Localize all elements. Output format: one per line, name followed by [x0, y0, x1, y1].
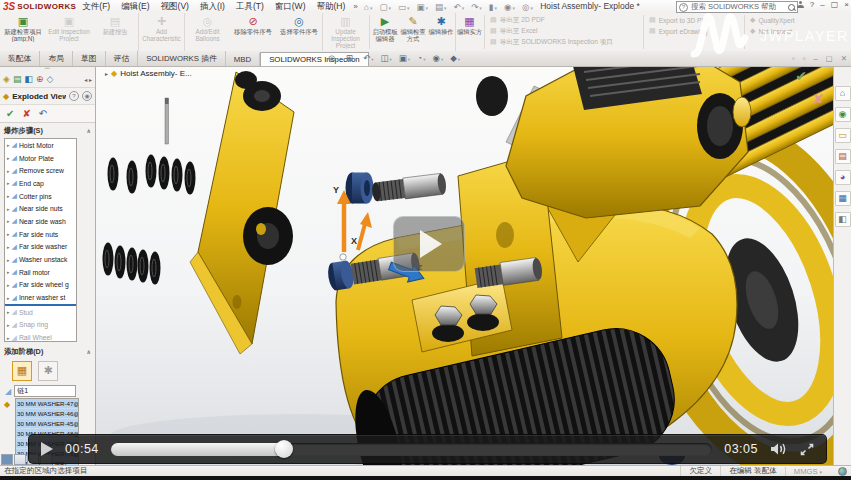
- restore-button[interactable]: ▢: [831, 0, 839, 9]
- explode-step-row[interactable]: ▸ ◢ Far side washer: [5, 241, 76, 254]
- fullscreen-button[interactable]: [800, 443, 814, 456]
- doc-window-control-icon[interactable]: ▫: [803, 54, 806, 63]
- explode-steps-list[interactable]: ▸ ◢ Hoist Motor ▸ ◢ Motor Plate ▸ ◢ Remo…: [4, 138, 77, 342]
- expand-arrow-icon[interactable]: ▸: [7, 193, 10, 199]
- explode-step-row[interactable]: ▸ ◢ Rail motor: [5, 266, 76, 279]
- displaymanager-tab-icon[interactable]: ◇: [47, 73, 54, 85]
- command-tab[interactable]: 布局: [40, 51, 73, 66]
- zoom-area-icon[interactable]: ⊞: [346, 53, 356, 63]
- expand-arrow-icon[interactable]: ▸: [7, 282, 10, 288]
- search-icon[interactable]: [788, 4, 795, 11]
- cancel-button[interactable]: ✘: [22, 108, 30, 119]
- resources-tab-icon[interactable]: ◉: [835, 107, 851, 122]
- featuremanager-tab-icon[interactable]: ▤: [13, 73, 22, 85]
- explode-step-row[interactable]: ▸ ◢ Snap ring: [5, 319, 76, 332]
- seek-bar[interactable]: [111, 443, 712, 456]
- ribbon-button[interactable]: ⊘ 移除零件序号: [230, 13, 276, 51]
- menu-item[interactable]: 文件(F): [82, 1, 110, 13]
- view-tab[interactable]: [14, 454, 26, 465]
- command-tab[interactable]: MBD: [226, 53, 260, 66]
- display-style-icon[interactable]: ◔: [417, 53, 425, 63]
- confirm-ok-icon[interactable]: ✔: [795, 68, 807, 84]
- export-menu-item[interactable]: ▤ 导出至 Excel: [490, 26, 638, 36]
- explode-step-row[interactable]: ▸ ◢ Rail Wheel: [5, 331, 76, 342]
- chain-name-field[interactable]: 链1: [14, 385, 76, 397]
- seek-knob[interactable]: [275, 440, 293, 458]
- breadcrumb[interactable]: ▸ ◆ Hoist Assembly- E...: [105, 69, 192, 78]
- export-menu-item[interactable]: ▤ 导出至 2D PDF: [490, 15, 638, 25]
- graphics-viewport[interactable]: Y X Z ▸ ◆ Hoist Assembly- E... ✔ ✘: [95, 66, 833, 465]
- menu-item[interactable]: 插入(I): [200, 1, 225, 13]
- explode-step-row[interactable]: ▸ ◢ Washer unstack: [5, 253, 76, 266]
- expand-arrow-icon[interactable]: ▸: [7, 180, 10, 186]
- previous-view-icon[interactable]: ↶: [363, 53, 373, 63]
- explode-step-row[interactable]: ▸ ◢ Near side wash: [5, 215, 76, 228]
- expand-arrow-icon[interactable]: ▸: [7, 231, 10, 237]
- doc-window-control-icon[interactable]: –: [813, 54, 817, 63]
- close-button[interactable]: ×: [844, 0, 849, 9]
- expand-arrow-icon[interactable]: ▸: [7, 257, 10, 263]
- doc-window-control-icon[interactable]: ▢: [826, 54, 833, 63]
- radial-step-type-button[interactable]: ✱: [38, 361, 58, 381]
- expand-arrow-icon[interactable]: ▸: [7, 335, 10, 341]
- doc-window-control-icon[interactable]: ▫: [792, 54, 795, 63]
- custom-properties-tab-icon[interactable]: ◧: [835, 212, 851, 227]
- expand-arrow-icon[interactable]: ▸: [7, 218, 10, 224]
- export-menu-item[interactable]: ▤ 导出至 SOLIDWORKS Inspection 项目: [490, 37, 638, 47]
- appearance-icon[interactable]: ◆: [450, 53, 460, 63]
- ribbon-button[interactable]: ◎ Add/Edit Balloons: [184, 13, 230, 51]
- export-menu-item[interactable]: ▤ Export eDrawing: [649, 26, 739, 36]
- pin-icon[interactable]: ◉: [82, 91, 92, 101]
- explode-step-type-button[interactable]: ▦: [12, 361, 32, 381]
- dimxpert-tab-icon[interactable]: ⊕: [36, 73, 44, 85]
- hide-show-icon[interactable]: ◉: [432, 53, 443, 63]
- ribbon-button[interactable]: ▣ Edit Inspection Project: [46, 13, 92, 51]
- ribbon-button[interactable]: ▦ 编辑实方: [455, 13, 483, 51]
- home-tab-icon[interactable]: ⌂: [835, 86, 851, 101]
- quality-menu-item[interactable]: ◆ QualityXpert: [750, 15, 830, 25]
- explode-step-row[interactable]: ▸ ◢ Remove screw: [5, 164, 76, 177]
- design-library-tab-icon[interactable]: ▤: [835, 149, 851, 164]
- appearances-tab-icon[interactable]: ◕: [835, 170, 851, 185]
- open-icon[interactable]: ▭: [398, 2, 410, 12]
- ribbon-button[interactable]: ✱ 编辑操作: [427, 13, 455, 51]
- view-palette-tab-icon[interactable]: ▦: [835, 191, 851, 206]
- volume-button[interactable]: [770, 442, 788, 456]
- expand-arrow-icon[interactable]: ▸: [7, 309, 10, 315]
- help-button[interactable]: ?: [810, 0, 814, 9]
- selected-component-row[interactable]: 30 MM WASHER-47@H: [16, 399, 78, 409]
- menu-item[interactable]: 视图(V): [161, 1, 189, 13]
- file-explorer-tab-icon[interactable]: ▭: [835, 128, 851, 143]
- expand-arrow-icon[interactable]: ▸: [7, 322, 10, 328]
- undo-button[interactable]: ↶: [39, 108, 47, 119]
- undo-icon[interactable]: ↶: [454, 2, 465, 12]
- configurationmanager-tab-icon[interactable]: ◧: [24, 73, 33, 85]
- explode-step-row[interactable]: ▸ ◢ Stud: [5, 304, 76, 319]
- ribbon-button[interactable]: ▥ Update Inspection Project: [322, 13, 368, 51]
- propertymanager-tab-icon[interactable]: ◈: [3, 73, 10, 85]
- selected-component-row[interactable]: 30 MM WASHER-45@H: [16, 419, 78, 429]
- collapse-icon[interactable]: ∧: [86, 348, 91, 355]
- help-icon[interactable]: ?: [69, 91, 79, 101]
- explode-step-row[interactable]: ▸ ◢ Far side wheel g: [5, 279, 76, 292]
- zoom-fit-icon[interactable]: ◎: [328, 53, 339, 63]
- expand-arrow-icon[interactable]: ▸: [7, 244, 10, 250]
- units-selector[interactable]: MMGS▾: [785, 467, 830, 476]
- explode-step-row[interactable]: ▸ ◢ Motor Plate: [5, 152, 76, 165]
- confirm-cancel-icon[interactable]: ✘: [812, 91, 824, 107]
- quality-menu-item[interactable]: ◆ Net-Inspect: [750, 26, 830, 36]
- ok-button[interactable]: ✔: [6, 108, 14, 119]
- expand-arrow-icon[interactable]: ▸: [7, 168, 10, 174]
- expand-arrow-icon[interactable]: ▸: [7, 295, 10, 301]
- explode-step-row[interactable]: ▸ ◢ Cotter pins: [5, 190, 76, 203]
- menu-item[interactable]: 帮助(H): [316, 1, 345, 13]
- collapse-icon[interactable]: ∧: [86, 127, 91, 134]
- model-tab[interactable]: [1, 454, 13, 465]
- command-tab[interactable]: 草图: [73, 51, 106, 66]
- expand-arrow-icon[interactable]: ▸: [7, 269, 10, 275]
- explode-step-row[interactable]: ▸ ◢ Hoist Motor: [5, 139, 76, 152]
- search-input[interactable]: ? 搜索 SOLIDWORKS 帮助: [676, 1, 798, 13]
- explode-step-row[interactable]: ▸ ◢ Inner washer st: [5, 291, 76, 304]
- expand-arrow-icon[interactable]: ▸: [7, 142, 10, 148]
- print-icon[interactable]: ▤: [435, 2, 447, 12]
